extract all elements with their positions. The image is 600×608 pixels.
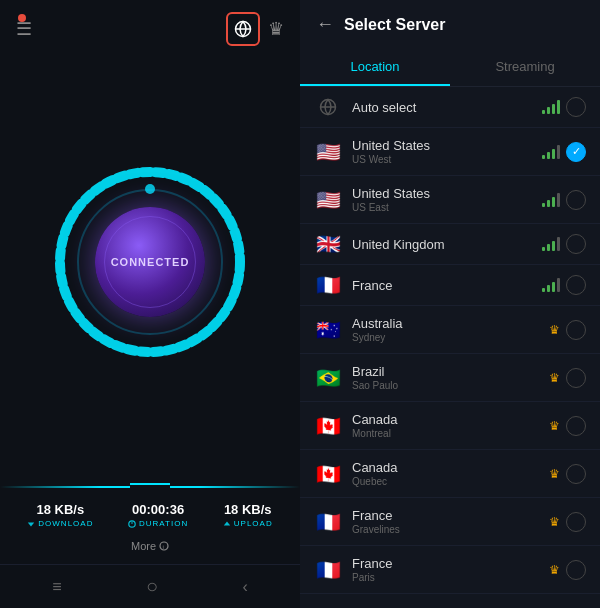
back-nav-icon[interactable]: ‹ [242,578,247,596]
server-info: France [352,278,542,293]
server-info: United StatesUS West [352,138,542,165]
server-name-text: Brazil [352,364,549,379]
server-name-text: France [352,278,542,293]
server-select-circle[interactable] [566,512,586,532]
svg-point-9 [160,542,168,550]
signal-bars-icon [542,193,560,207]
server-select-circle[interactable] [566,97,586,117]
server-right-controls: ♛ [549,512,586,532]
tabs-row: Location Streaming [300,49,600,87]
tab-location[interactable]: Location [300,49,450,86]
bottom-nav-left: ≡ ○ ‹ [0,564,300,608]
connected-label: CONNECTED [111,256,190,268]
svg-marker-5 [28,522,34,526]
list-item[interactable]: 🇬🇧United Kingdom [300,224,600,265]
server-select-panel: ← Select Server Location Streaming Auto … [300,0,600,608]
server-info: CanadaMontreal [352,412,549,439]
crown-header-icon[interactable]: ♛ [268,18,284,40]
download-stat: 18 KB/s DOWNLOAD [27,502,93,528]
server-sub-text: Sydney [352,332,549,343]
server-right-controls [542,97,586,117]
duration-label: DURATION [128,519,188,528]
server-name-text: Auto select [352,100,542,115]
server-name-text: United States [352,138,542,153]
server-info: CanadaQuebec [352,460,549,487]
server-right-controls: ♛ [549,416,586,436]
tab-streaming[interactable]: Streaming [450,49,600,86]
svg-text:i: i [163,544,164,550]
menu-nav-icon[interactable]: ≡ [52,578,61,596]
server-name-text: France [352,556,549,571]
list-item[interactable]: Auto select [300,87,600,128]
signal-bars-icon [542,237,560,251]
ring-container: CONNECTED [50,162,250,362]
server-right-controls: ♛ [549,464,586,484]
back-arrow-icon[interactable]: ← [316,14,334,35]
list-item[interactable]: 🇫🇷FranceGravelines♛ [300,498,600,546]
server-info: United Kingdom [352,237,542,252]
crown-icon: ♛ [549,467,560,481]
vpn-visual-area: CONNECTED [0,58,300,486]
more-button[interactable]: More i [123,536,177,556]
home-nav-icon[interactable]: ○ [146,575,158,598]
server-name-text: Canada [352,460,549,475]
server-name-text: United Kingdom [352,237,542,252]
server-sub-text: Paris [352,572,549,583]
server-select-circle[interactable] [566,416,586,436]
server-sub-text: US East [352,202,542,213]
server-sub-text: Sao Paulo [352,380,549,391]
server-info: United StatesUS East [352,186,542,213]
server-select-circle[interactable] [566,320,586,340]
server-name-text: United States [352,186,542,201]
list-item[interactable]: 🇦🇺AustraliaSydney♛ [300,306,600,354]
signal-bars-icon [542,100,560,114]
server-flag-icon: 🇬🇧 [314,234,342,254]
server-flag-icon: 🇨🇦 [314,416,342,436]
server-name-text: Canada [352,412,549,427]
list-item[interactable]: 🇫🇷France [300,265,600,306]
list-item[interactable]: 🇺🇸United StatesUS West [300,128,600,176]
server-sub-text: US West [352,154,542,165]
server-select-circle[interactable] [566,464,586,484]
server-info: BrazilSao Paulo [352,364,549,391]
stats-bar: 18 KB/s DOWNLOAD 00:00:36 DURATION 18 KB… [0,492,300,532]
list-item[interactable]: 🇨🇦CanadaQuebec♛ [300,450,600,498]
server-name-text: Australia [352,316,549,331]
divider-line [0,486,300,488]
server-flag-icon: 🇺🇸 [314,190,342,210]
server-sub-text: Gravelines [352,524,549,535]
server-right-controls [542,190,586,210]
crown-icon: ♛ [549,371,560,385]
upload-value: 18 KB/s [224,502,272,517]
list-item[interactable]: 🇧🇷BrazilSao Paulo♛ [300,354,600,402]
server-flag-icon: 🇫🇷 [314,275,342,295]
server-select-circle[interactable] [566,560,586,580]
panel-title: Select Server [344,16,445,34]
list-item[interactable]: 🇺🇸United StatesUS East [300,176,600,224]
server-select-circle[interactable] [566,142,586,162]
server-select-circle[interactable] [566,368,586,388]
list-item[interactable]: 🇨🇦CanadaMontreal♛ [300,402,600,450]
server-info: FranceParis [352,556,549,583]
server-right-controls [542,142,586,162]
server-flag-icon [314,97,342,117]
server-select-circle[interactable] [566,190,586,210]
upload-label: UPLOAD [223,519,273,528]
left-header: ☰ ♛ [0,0,300,58]
server-info: AustraliaSydney [352,316,549,343]
download-value: 18 KB/s [37,502,85,517]
globe-button[interactable] [226,12,260,46]
server-flag-icon: 🇺🇸 [314,142,342,162]
server-flag-icon: 🇦🇺 [314,320,342,340]
connected-circle[interactable]: CONNECTED [95,207,205,317]
server-right-controls [542,234,586,254]
server-right-controls [542,275,586,295]
right-header: ← Select Server [300,0,600,49]
server-sub-text: Quebec [352,476,549,487]
server-select-circle[interactable] [566,234,586,254]
crown-icon: ♛ [549,563,560,577]
list-item[interactable]: 🇫🇷FranceParis♛ [300,546,600,594]
signal-bars-icon [542,145,560,159]
server-select-circle[interactable] [566,275,586,295]
upload-stat: 18 KB/s UPLOAD [223,502,273,528]
